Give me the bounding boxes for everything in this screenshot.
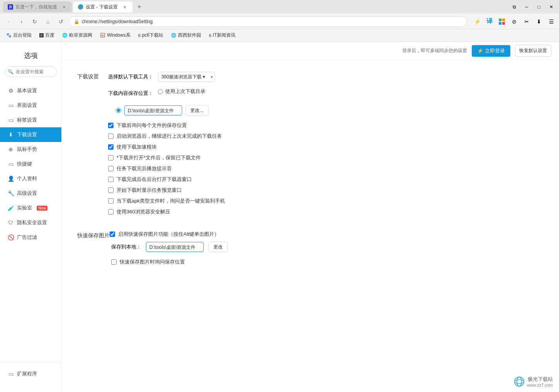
sidebar-item-mouse[interactable]: ⊕ 鼠标手势 [0, 142, 61, 157]
tab-baidu-close[interactable]: ✕ [61, 4, 67, 10]
download-section-title: 下载设置 [77, 72, 108, 219]
forward-button[interactable]: › [16, 16, 27, 27]
enable-quick-save-label[interactable]: 启用快速保存图片功能（按住Alt键单击图片） [118, 231, 219, 238]
advanced-icon: 🔧 [8, 190, 14, 196]
sidebar-label-download: 下载设置 [17, 131, 37, 138]
svg-point-5 [517, 377, 522, 386]
sidebar-item-tabs[interactable]: ▭ 标签设置 [0, 113, 61, 127]
sidebar-item-basic[interactable]: ⚙ 基本设置 [0, 83, 61, 98]
scissors-icon[interactable]: ✂ [522, 17, 531, 26]
ask-save-location-checkbox[interactable] [111, 259, 117, 265]
quick-save-to-label: 保存到本地： [111, 243, 141, 250]
browser-chrome: 百 百度一下，你就知道 ✕ 设置 - 下载设置 ✕ + ⧉ ─ □ ✕ ‹ › … [0, 0, 559, 42]
cb-continue: 启动浏览器后，继续进行上次未完成的下载任务 [108, 133, 544, 140]
window-maximize-btn[interactable]: □ [534, 2, 544, 12]
settings-content: 下载设置 选择默认下载工具： 360极速浏览器下载 ▾ 系统下载 迅雷下载 [62, 60, 559, 292]
bookmark-oufi[interactable]: 🌐 欧菲资源网 [59, 31, 95, 40]
sidebar-item-advanced[interactable]: 🔧 高级设置 [0, 186, 61, 201]
home-button[interactable]: ⌂ [42, 16, 53, 27]
quick-save-section: 快速保存图片 启用快速保存图片功能（按住Alt键单击图片） 保存到本地： D:\… [77, 231, 544, 269]
open-manager-checkbox[interactable] [108, 177, 113, 182]
play-sound-label[interactable]: 任务下载完后播放提示音 [117, 165, 172, 172]
use-unzip-checkbox[interactable] [108, 209, 113, 215]
play-sound-checkbox[interactable] [108, 166, 113, 171]
login-button[interactable]: ⚡ 立即登录 [472, 45, 510, 57]
sidebar-item-extensions[interactable]: ▭ 扩展程序 [0, 367, 61, 381]
download-icon[interactable]: ⬇ [534, 17, 544, 26]
custom-path-radio[interactable] [116, 108, 121, 113]
sidebar-item-shortcut[interactable]: ▭ 快捷键 [0, 157, 61, 171]
login-icon: ⚡ [477, 48, 483, 54]
mouse-icon: ⊕ [8, 146, 14, 152]
use-last-dir-radio[interactable] [158, 89, 163, 94]
url-bar[interactable]: 🔒 chrome://settings/downloadSetting [69, 16, 467, 27]
bookmark-it[interactable]: 6 IT新闻资讯 [206, 31, 239, 40]
window-close-btn[interactable]: ✕ [547, 2, 556, 12]
ask-apk-checkbox[interactable] [108, 198, 113, 204]
download-settings-content: 选择默认下载工具： 360极速浏览器下载 ▾ 系统下载 迅雷下载 下载 [108, 72, 544, 219]
show-preview-checkbox[interactable] [108, 188, 113, 193]
keep-file-label[interactable]: *下载并打开*文件后，保留已下载文件 [117, 154, 201, 161]
restore-defaults-button[interactable]: 恢复默认设置 [515, 45, 551, 57]
bookmark-xixizhan[interactable]: 🌐 西西软件园 [168, 31, 204, 40]
search-icon: 🔍 [8, 69, 14, 74]
change-path-button[interactable]: 更改... [185, 105, 208, 116]
sidebar-item-lab[interactable]: 🧪 实验室 New [0, 201, 61, 215]
bookmark-pc6-icon: 6 [138, 33, 141, 38]
bookmark-admin[interactable]: 🐾 后台登陆 [3, 31, 35, 40]
quick-save-change-button[interactable]: 更改 [208, 242, 228, 252]
grid-icon[interactable] [497, 17, 506, 26]
use-accelerate-label[interactable]: 使用下载加速模块 [117, 144, 157, 150]
sidebar-item-privacy[interactable]: 🛡 隐私安全设置 [0, 215, 61, 230]
continue-after-label[interactable]: 启动浏览器后，继续进行上次未完成的下载任务 [117, 133, 222, 140]
sidebar-item-profile[interactable]: 👤 个人资料 [0, 171, 61, 186]
bookmark-pc6[interactable]: 6 pc6下载站 [135, 31, 166, 40]
watermark: 极光下载站 www.xz7.com [514, 376, 553, 387]
tab-baidu-label: 百度一下，你就知道 [15, 4, 57, 10]
svg-rect-3 [502, 22, 505, 25]
use-unzip-label[interactable]: 使用360浏览器安全解压 [117, 208, 170, 215]
cb-apk: 当下载apk类型文件时，询问是否一键安装到手机 [108, 198, 544, 204]
ask-each-label[interactable]: 下载前询问每个文件的保存位置 [117, 122, 187, 129]
window-minimize-btn[interactable]: ─ [522, 2, 531, 12]
svg-rect-2 [499, 22, 501, 25]
ask-apk-label[interactable]: 当下载apk类型文件时，询问是否一键安装到手机 [117, 198, 225, 204]
bookmark-baidu[interactable]: 🅱 百度 [36, 31, 58, 40]
tab-settings[interactable]: 设置 - 下载设置 ✕ [73, 2, 132, 12]
show-preview-label[interactable]: 开始下载时显示任务预览窗口 [117, 187, 182, 194]
sidebar-item-adblock[interactable]: 🚫 广告过滤 [0, 230, 61, 245]
bookmark-windows[interactable]: 🪟 Windows系 [97, 31, 134, 40]
ask-save-location-label[interactable]: 快速保存图片时询问保存位置 [120, 259, 185, 265]
adblock-icon[interactable]: ⊘ [510, 17, 519, 26]
tab-baidu[interactable]: 百 百度一下，你就知道 ✕ [3, 2, 72, 12]
svg-point-4 [515, 377, 524, 386]
tool-select[interactable]: 360极速浏览器下载 ▾ 系统下载 迅雷下载 [158, 72, 215, 82]
use-accelerate-checkbox[interactable] [108, 144, 113, 150]
refresh-button[interactable]: ↻ [29, 16, 40, 27]
window-controls: ⧉ ─ □ ✕ [510, 2, 556, 12]
bookmark-windows-icon: 🪟 [100, 33, 105, 38]
sidebar: 选项 🔍 ⚙ 基本设置 ▭ 界面设置 ▭ 标签设置 ⬇ 下载设置 ⊕ 鼠标手势 … [0, 42, 62, 392]
cb-accelerate: 使用下载加速模块 [108, 144, 544, 150]
enable-quick-save-checkbox[interactable] [110, 231, 115, 237]
use-last-dir-label[interactable]: 使用上次下载目录 [165, 88, 205, 95]
translate-icon[interactable]: 译 [485, 17, 494, 26]
sidebar-item-ui[interactable]: ▭ 界面设置 [0, 98, 61, 113]
history-button[interactable]: ↺ [56, 16, 66, 27]
extensions-icon[interactable]: ⚡ [473, 17, 482, 26]
new-tab-button[interactable]: + [134, 2, 145, 12]
url-text: chrome://settings/downloadSetting [82, 19, 152, 24]
cb-open-manager: 下载完成后在后台打开下载器窗口 [108, 176, 544, 183]
keep-file-checkbox[interactable] [108, 155, 113, 161]
back-button[interactable]: ‹ [3, 16, 14, 27]
ask-each-checkbox[interactable] [108, 123, 113, 128]
window-restore-btn[interactable]: ⧉ [510, 2, 519, 12]
open-manager-label[interactable]: 下载完成后在后台打开下载器窗口 [117, 176, 192, 183]
tab-settings-close[interactable]: ✕ [122, 4, 128, 10]
menu-icon[interactable]: ☰ [547, 17, 556, 26]
sidebar-item-download[interactable]: ⬇ 下载设置 [0, 127, 61, 142]
tab-bar: 百 百度一下，你就知道 ✕ 设置 - 下载设置 ✕ + ⧉ ─ □ ✕ [0, 0, 559, 14]
sidebar-bottom: ▭ 扩展程序 [0, 362, 61, 386]
quick-save-content: 启用快速保存图片功能（按住Alt键单击图片） 保存到本地： D:\tools\桌… [110, 231, 544, 269]
continue-after-checkbox[interactable] [108, 133, 113, 139]
